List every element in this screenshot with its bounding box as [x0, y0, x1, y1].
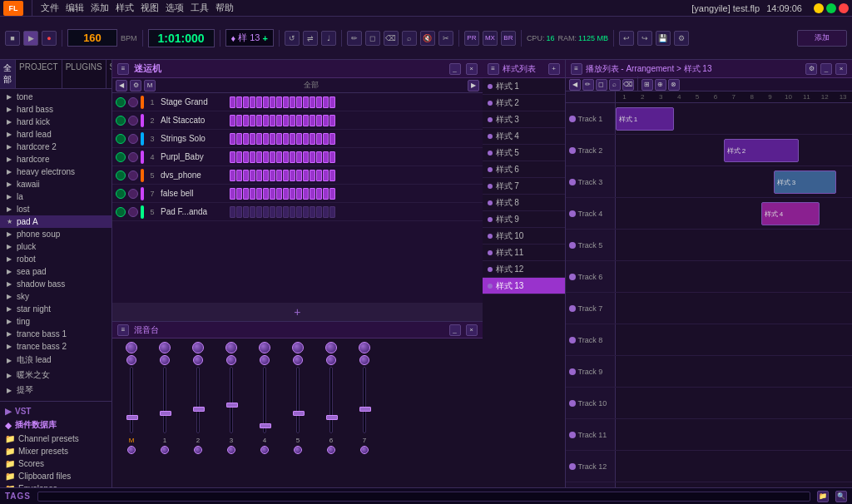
section-clipboard[interactable]: 📁 Clipboard files — [0, 470, 111, 482]
menu-view[interactable]: 视图 — [141, 2, 159, 14]
pad-8[interactable] — [283, 151, 289, 163]
mx-knob-vol-3[interactable] — [226, 355, 236, 365]
ch-mute[interactable] — [128, 189, 138, 199]
pad-10[interactable] — [296, 96, 302, 108]
pad-3[interactable] — [250, 133, 255, 145]
ch-mute[interactable] — [128, 116, 138, 126]
sidebar-item-star_night[interactable]: ▶ star night — [0, 303, 111, 315]
sidebar-item-la[interactable]: ▶ la — [0, 190, 111, 203]
mx-knob-pan-3[interactable] — [225, 342, 237, 353]
piano-roll-btn[interactable]: PR — [464, 31, 479, 46]
mx-fader-thumb-0[interactable] — [126, 415, 138, 420]
pad-14[interactable] — [323, 151, 329, 163]
pad-6[interactable] — [270, 115, 275, 126]
bpm-display[interactable]: 160 — [67, 29, 117, 47]
pad-3[interactable] — [250, 206, 255, 218]
pad-8[interactable] — [283, 206, 289, 218]
pad-13[interactable] — [316, 151, 322, 163]
mx-knob-vol-0[interactable] — [126, 355, 136, 365]
sidebar-item-sky[interactable]: ▶ sky — [0, 290, 111, 303]
mx-knob-vol-1[interactable] — [160, 355, 170, 365]
pad-6[interactable] — [270, 170, 275, 181]
pad-1[interactable] — [236, 96, 242, 108]
sidebar-item-暖米之女[interactable]: ▶ 暖米之女 — [0, 368, 111, 383]
pad-12[interactable] — [310, 188, 315, 200]
pad-5[interactable] — [263, 115, 269, 126]
pad-5[interactable] — [263, 206, 269, 218]
pad-6[interactable] — [270, 96, 275, 108]
mx-knob-pan-0[interactable] — [126, 342, 137, 353]
arr-track-content-5[interactable] — [616, 261, 853, 292]
metronome-button[interactable]: ♩ — [321, 31, 336, 46]
arr-magnet[interactable]: ⊕ — [655, 79, 666, 91]
sidebar-item-hard_lead[interactable]: ▶ hard lead — [0, 128, 111, 141]
mx-fader-thumb-5[interactable] — [293, 411, 305, 416]
pad-12[interactable] — [310, 115, 315, 126]
pad-7[interactable] — [276, 96, 282, 108]
mx-menu[interactable]: ≡ — [117, 324, 129, 336]
mx-minimize[interactable]: _ — [449, 324, 461, 336]
arr-clip-0-0[interactable]: 样式 1 — [616, 107, 674, 131]
mx-fader-5[interactable] — [296, 367, 300, 433]
pad-10[interactable] — [296, 115, 302, 126]
arr-track-content-11[interactable] — [616, 451, 853, 482]
channel-row-0[interactable]: 1 Stage Grand — [112, 93, 483, 111]
sidebar-item-heavy_electrons[interactable]: ▶ heavy electrons — [0, 166, 111, 178]
sidebar-item-ting[interactable]: ▶ ting — [0, 315, 111, 328]
channel-row-3[interactable]: 4 Purpl_Baby — [112, 148, 483, 166]
mute-tool[interactable]: 🔇 — [420, 31, 435, 46]
ch-mute[interactable] — [128, 207, 138, 217]
pad-6[interactable] — [270, 188, 275, 200]
pad-1[interactable] — [236, 151, 242, 163]
mx-fader-1[interactable] — [163, 367, 166, 433]
arr-zoom[interactable]: ⌕ — [609, 79, 621, 91]
sidebar-item-shadow_bass[interactable]: ▶ shadow bass — [0, 278, 111, 290]
sidebar-item-pad_A[interactable]: ★ pad A — [0, 215, 111, 228]
arr-close[interactable]: × — [835, 63, 847, 75]
mx-knob-vol-4[interactable] — [260, 355, 270, 365]
pattern-item-10[interactable]: 样式 11 — [483, 245, 565, 261]
pattern-item-11[interactable]: 样式 12 — [483, 261, 565, 278]
arr-delete[interactable]: ⌫ — [622, 79, 634, 91]
pad-14[interactable] — [323, 133, 329, 145]
pl-menu[interactable]: ≡ — [488, 63, 499, 75]
pad-7[interactable] — [276, 133, 282, 145]
pad-0[interactable] — [230, 170, 235, 181]
pad-4[interactable] — [256, 206, 262, 218]
mx-knob-vol-2[interactable] — [193, 355, 203, 365]
pad-7[interactable] — [276, 206, 282, 218]
cr-settings[interactable]: ⚙ — [130, 80, 141, 91]
ch-power[interactable] — [116, 116, 126, 126]
mx-bottom-knob-2[interactable] — [194, 446, 202, 454]
mx-fader-2[interactable] — [196, 367, 200, 433]
sidebar-item-提琴[interactable]: ▶ 提琴 — [0, 383, 111, 398]
pad-9[interactable] — [290, 206, 295, 218]
ch-name[interactable]: Strings Solo — [161, 134, 227, 143]
pad-9[interactable] — [290, 96, 295, 108]
pad-7[interactable] — [276, 115, 282, 126]
ch-power[interactable] — [116, 152, 126, 162]
pad-4[interactable] — [256, 188, 262, 200]
menu-tools[interactable]: 工具 — [191, 2, 209, 14]
pad-15[interactable] — [329, 96, 335, 108]
pad-5[interactable] — [263, 188, 269, 200]
arr-clip-2-0[interactable]: 样式 3 — [774, 170, 836, 194]
pad-1[interactable] — [236, 206, 242, 218]
pad-8[interactable] — [283, 188, 289, 200]
mx-knob-pan-2[interactable] — [192, 342, 204, 353]
pattern-item-3[interactable]: 样式 4 — [483, 128, 565, 145]
arr-draw[interactable]: ✏ — [582, 79, 594, 91]
pad-2[interactable] — [243, 170, 249, 181]
pad-6[interactable] — [270, 133, 275, 145]
arr-track-content-7[interactable] — [616, 324, 853, 355]
mx-knob-pan-5[interactable] — [292, 342, 304, 353]
zoom-tool[interactable]: ⌕ — [402, 31, 417, 46]
pad-0[interactable] — [230, 188, 235, 200]
sidebar-item-trance_bass_2[interactable]: ▶ trance bass 2 — [0, 340, 111, 353]
pad-3[interactable] — [250, 188, 255, 200]
pad-0[interactable] — [230, 133, 235, 145]
sidebar-item-hardcore[interactable]: ▶ hardcore — [0, 153, 111, 166]
pad-1[interactable] — [236, 133, 242, 145]
pattern-item-9[interactable]: 样式 10 — [483, 228, 565, 245]
pattern-item-4[interactable]: 样式 5 — [483, 145, 565, 161]
